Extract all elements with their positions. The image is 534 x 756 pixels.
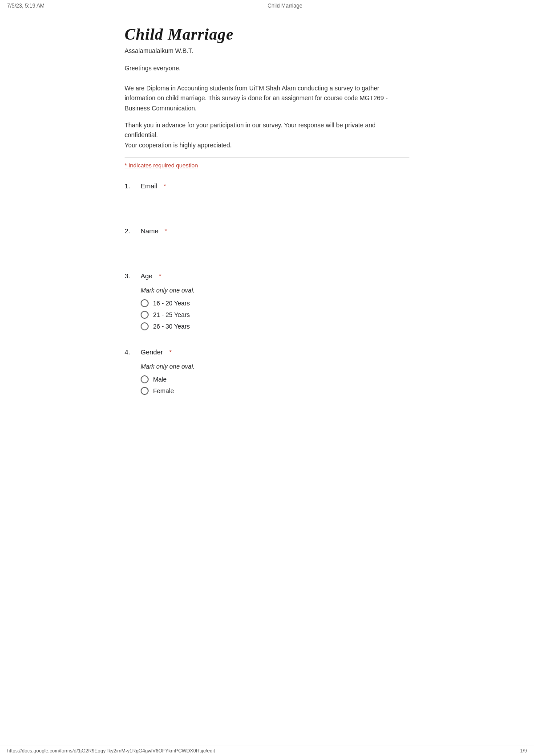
question-3-age: 3. Age* Mark only one oval. 16 - 20 Year… <box>125 272 409 330</box>
gender-radio-male[interactable] <box>141 375 149 383</box>
top-bar: 7/5/23, 5:19 AM Child Marriage <box>0 0 534 12</box>
age-option-1-label: 16 - 20 Years <box>153 300 190 307</box>
form-subtitle: Assalamualaikum W.B.T. <box>125 47 409 54</box>
age-option-3-label: 26 - 30 Years <box>153 323 190 330</box>
bottom-bar: https://docs.google.com/forms/d/1jG2R9Eq… <box>0 745 534 756</box>
question-4-mark-one: Mark only one oval. <box>141 363 409 370</box>
gender-option-male-label: Male <box>153 376 166 383</box>
question-4-text: Gender <box>141 348 163 356</box>
question-1-number: 1. <box>125 182 135 190</box>
top-bar-spacer <box>526 3 527 9</box>
question-3-text: Age <box>141 272 153 280</box>
question-1-label: 1. Email* <box>125 182 409 190</box>
question-1-required: * <box>164 182 166 190</box>
bottom-bar-page: 1/9 <box>520 748 527 753</box>
bottom-bar-url: https://docs.google.com/forms/d/1jG2R9Eq… <box>7 748 215 753</box>
age-option-2[interactable]: 21 - 25 Years <box>141 311 409 319</box>
age-option-2-label: 21 - 25 Years <box>153 311 190 318</box>
question-3-required: * <box>159 272 162 280</box>
question-4-label: 4. Gender* <box>125 348 409 356</box>
question-4-required: * <box>169 348 172 356</box>
form-description1: Greetings everyone. We are Diploma in Ac… <box>125 63 409 113</box>
form-title: Child Marriage <box>125 25 409 44</box>
age-radio-1[interactable] <box>141 299 149 307</box>
age-option-3[interactable]: 26 - 30 Years <box>141 322 409 330</box>
question-2-label: 2. Name* <box>125 227 409 235</box>
gender-radio-female[interactable] <box>141 387 149 395</box>
question-2-text: Name <box>141 227 158 235</box>
question-4-gender: 4. Gender* Mark only one oval. Male Fema… <box>125 348 409 395</box>
question-4-number: 4. <box>125 348 135 356</box>
question-2-name: 2. Name* <box>125 227 409 254</box>
question-2-number: 2. <box>125 227 135 235</box>
question-3-mark-one: Mark only one oval. <box>141 287 409 294</box>
question-1-text: Email <box>141 182 158 190</box>
name-input[interactable] <box>141 244 265 254</box>
page-content: Child Marriage Assalamualaikum W.B.T. Gr… <box>107 12 427 448</box>
question-2-required: * <box>165 227 167 235</box>
gender-option-female[interactable]: Female <box>141 387 409 395</box>
top-bar-title: Child Marriage <box>267 3 302 9</box>
question-3-number: 3. <box>125 272 135 280</box>
question-1-email: 1. Email* <box>125 182 409 209</box>
top-bar-datetime: 7/5/23, 5:19 AM <box>7 3 44 9</box>
question-3-label: 3. Age* <box>125 272 409 280</box>
form-description2: Thank you in advance for your participat… <box>125 120 409 150</box>
gender-option-male[interactable]: Male <box>141 375 409 383</box>
age-radio-3[interactable] <box>141 322 149 330</box>
email-input[interactable] <box>141 199 265 209</box>
age-radio-2[interactable] <box>141 311 149 319</box>
required-note: * Indicates required question <box>125 157 409 169</box>
gender-option-female-label: Female <box>153 387 174 394</box>
age-option-1[interactable]: 16 - 20 Years <box>141 299 409 307</box>
